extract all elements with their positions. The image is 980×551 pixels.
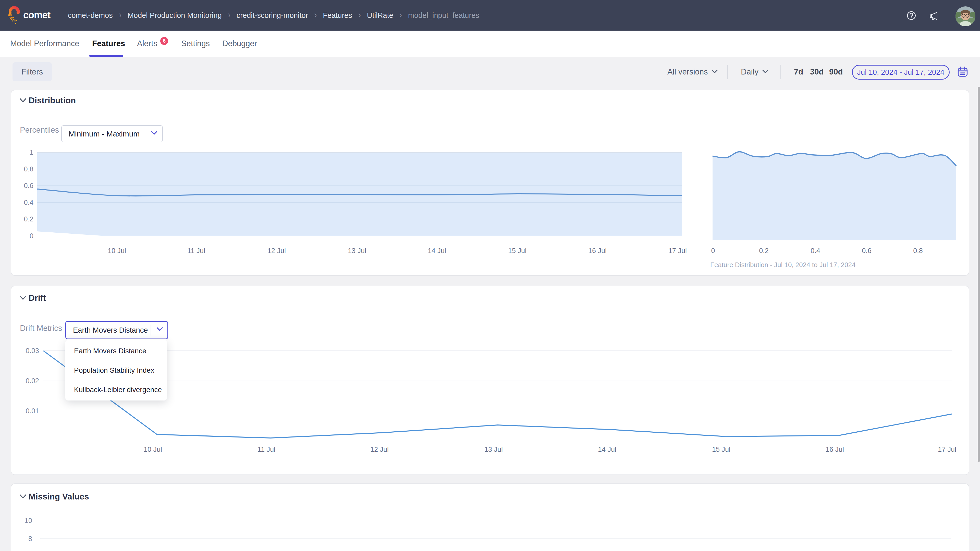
svg-text:16 Jul: 16 Jul [588,247,607,254]
svg-text:10 Jul: 10 Jul [144,446,162,453]
svg-text:0.6: 0.6 [862,247,872,254]
svg-text:0.01: 0.01 [25,407,39,415]
svg-text:0.2: 0.2 [759,247,769,254]
svg-text:0.8: 0.8 [24,165,33,173]
svg-text:17 Jul: 17 Jul [938,446,956,453]
svg-text:0.03: 0.03 [25,347,39,354]
svg-text:0.8: 0.8 [913,247,923,254]
svg-text:10: 10 [24,517,32,524]
svg-text:14 Jul: 14 Jul [428,247,446,254]
svg-text:10 Jul: 10 Jul [108,247,126,254]
svg-text:15 Jul: 15 Jul [508,247,527,254]
svg-text:0.2: 0.2 [24,215,33,223]
svg-text:0.6: 0.6 [24,182,33,189]
svg-text:11 Jul: 11 Jul [258,446,275,453]
svg-text:11 Jul: 11 Jul [187,247,205,254]
svg-text:14 Jul: 14 Jul [598,446,616,453]
svg-text:13 Jul: 13 Jul [348,247,366,254]
svg-text:16 Jul: 16 Jul [826,446,844,453]
svg-text:0: 0 [711,247,715,254]
svg-text:0: 0 [30,232,33,240]
svg-text:0.4: 0.4 [24,199,33,206]
svg-text:8: 8 [28,535,32,543]
svg-text:17 Jul: 17 Jul [668,247,687,254]
svg-text:0.02: 0.02 [25,377,39,385]
svg-text:1: 1 [30,149,33,156]
svg-text:0.4: 0.4 [811,247,820,254]
svg-text:13 Jul: 13 Jul [484,446,503,453]
svg-text:12 Jul: 12 Jul [267,247,286,254]
svg-text:12 Jul: 12 Jul [370,446,389,453]
svg-text:Feature Distribution - Jul 10,: Feature Distribution - Jul 10, 2024 to J… [710,261,856,268]
svg-text:15 Jul: 15 Jul [712,446,730,453]
